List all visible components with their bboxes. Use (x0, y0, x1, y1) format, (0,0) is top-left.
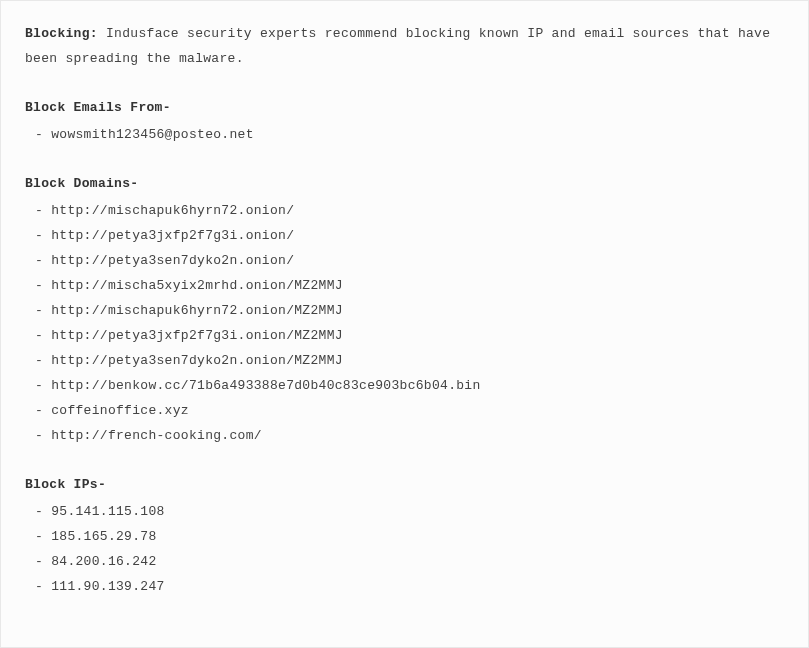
block-emails-header: Block Emails From- (25, 95, 784, 120)
list-item: http://petya3sen7dyko2n.onion/ (25, 248, 784, 273)
intro-text: Indusface security experts recommend blo… (25, 26, 770, 66)
list-item: http://mischa5xyix2mrhd.onion/MZ2MMJ (25, 273, 784, 298)
block-ips-section: Block IPs- 95.141.115.108 185.165.29.78 … (25, 472, 784, 599)
list-item: http://petya3jxfp2f7g3i.onion/MZ2MMJ (25, 323, 784, 348)
list-item: http://french-cooking.com/ (25, 423, 784, 448)
list-item: coffeinoffice.xyz (25, 398, 784, 423)
list-item: http://petya3sen7dyko2n.onion/MZ2MMJ (25, 348, 784, 373)
block-ips-header: Block IPs- (25, 472, 784, 497)
list-item: http://mischapuk6hyrn72.onion/MZ2MMJ (25, 298, 784, 323)
list-item: http://benkow.cc/71b6a493388e7d0b40c83ce… (25, 373, 784, 398)
list-item: 185.165.29.78 (25, 524, 784, 549)
block-domains-header: Block Domains- (25, 171, 784, 196)
list-item: 84.200.16.242 (25, 549, 784, 574)
list-item: wowsmith123456@posteo.net (25, 122, 784, 147)
list-item: http://petya3jxfp2f7g3i.onion/ (25, 223, 784, 248)
list-item: http://mischapuk6hyrn72.onion/ (25, 198, 784, 223)
intro-paragraph: Blocking: Indusface security experts rec… (25, 21, 784, 71)
list-item: 95.141.115.108 (25, 499, 784, 524)
list-item: 111.90.139.247 (25, 574, 784, 599)
document-container: Blocking: Indusface security experts rec… (0, 0, 809, 648)
block-emails-section: Block Emails From- wowsmith123456@posteo… (25, 95, 784, 147)
blocking-label: Blocking: (25, 26, 98, 41)
block-domains-section: Block Domains- http://mischapuk6hyrn72.o… (25, 171, 784, 448)
